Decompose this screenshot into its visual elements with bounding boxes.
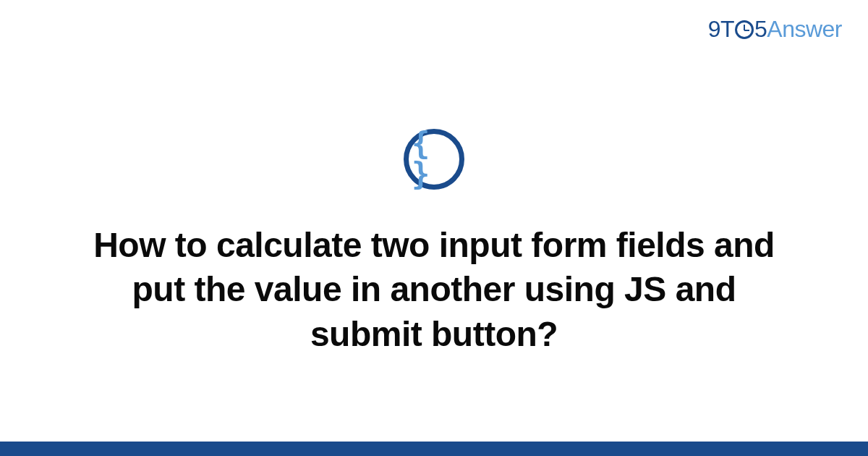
footer-accent-bar (0, 442, 868, 456)
question-title: How to calculate two input form fields a… (87, 223, 781, 356)
main-content: { } How to calculate two input form fiel… (0, 0, 868, 456)
code-braces-icon: { } (412, 129, 459, 190)
category-badge: { } (404, 129, 464, 190)
